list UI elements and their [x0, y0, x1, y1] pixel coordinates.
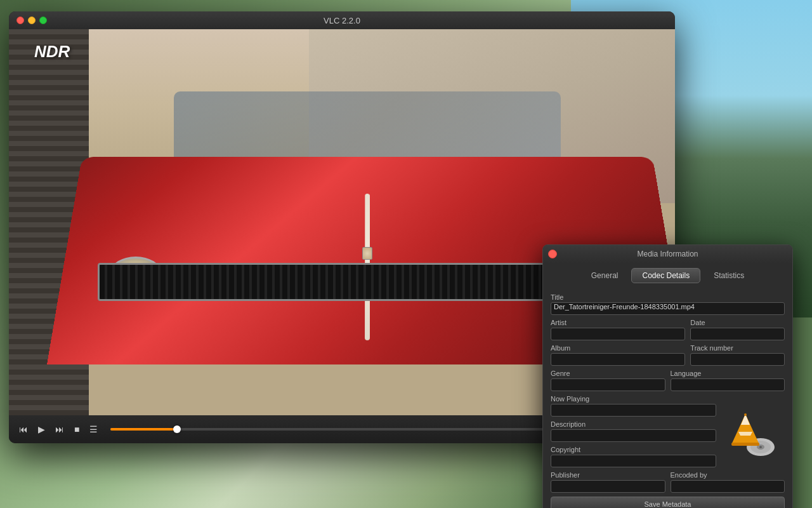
save-metadata-button[interactable]: Save Metadata — [551, 497, 785, 508]
rewind-button[interactable]: ⏮ — [16, 423, 30, 436]
publisher-input[interactable] — [551, 480, 665, 493]
language-field-group: Language — [671, 370, 785, 391]
genre-input[interactable] — [551, 378, 665, 391]
date-input[interactable] — [690, 328, 785, 340]
encoded-by-input[interactable] — [671, 480, 785, 493]
car-windshield — [174, 91, 561, 168]
left-fields: Now Playing Description Copyright — [551, 395, 716, 471]
maximize-button[interactable] — [39, 17, 47, 24]
album-field-group: Album — [551, 344, 685, 366]
copyright-label: Copyright — [551, 446, 716, 453]
fast-forward-button[interactable]: ⏭ — [53, 423, 67, 436]
traffic-lights — [16, 17, 47, 24]
album-label: Album — [551, 344, 685, 352]
album-input[interactable] — [551, 353, 685, 366]
svg-rect-8 — [731, 443, 759, 446]
encoded-by-label: Encoded by — [671, 471, 785, 479]
svg-marker-7 — [738, 432, 752, 436]
tab-bar: General Codec Details Statistics — [543, 263, 792, 288]
publisher-label: Publisher — [551, 471, 665, 479]
now-playing-label: Now Playing — [551, 395, 716, 403]
track-number-label: Track number — [690, 344, 785, 352]
artist-date-row: Artist Date — [551, 319, 785, 340]
svg-point-9 — [744, 413, 747, 416]
copyright-input[interactable] — [551, 455, 716, 467]
vlc-icon-area — [723, 403, 783, 464]
now-playing-section: Now Playing Description Copyright — [551, 395, 785, 471]
vlc-cone-icon — [728, 408, 778, 458]
genre-field-group: Genre — [551, 370, 665, 391]
publisher-field-group: Publisher — [551, 471, 665, 493]
artist-input[interactable] — [551, 328, 685, 340]
car-emblem — [362, 247, 372, 260]
description-input[interactable] — [551, 429, 716, 442]
play-button[interactable]: ▶ — [36, 423, 48, 436]
encoded-by-field-group: Encoded by — [671, 471, 785, 493]
panel-title: Media Information — [637, 250, 698, 258]
vlc-titlebar: VLC 2.2.0 — [9, 11, 675, 29]
stop-button[interactable]: ■ — [72, 423, 82, 436]
svg-point-3 — [759, 446, 762, 448]
playlist-button[interactable]: ☰ — [87, 423, 100, 436]
title-label: Title — [551, 293, 785, 301]
now-playing-field-group: Now Playing — [551, 395, 716, 417]
panel-titlebar: Media Information — [543, 245, 792, 263]
now-playing-input[interactable] — [551, 404, 716, 417]
track-number-field-group: Track number — [690, 344, 785, 366]
description-label: Description — [551, 420, 716, 428]
progress-handle[interactable] — [173, 425, 181, 433]
artist-field-group: Artist — [551, 319, 685, 340]
tab-statistics[interactable]: Statistics — [703, 268, 755, 283]
genre-language-row: Genre Language — [551, 370, 785, 391]
vlc-icon-section — [721, 395, 785, 471]
ndr-logo-overlay: NDR — [34, 42, 70, 62]
panel-close-button[interactable] — [548, 250, 557, 258]
genre-label: Genre — [551, 370, 665, 377]
title-field-group: Title Der_Tatortreiniger-Freunde-1848335… — [551, 293, 785, 315]
tab-general[interactable]: General — [580, 268, 629, 283]
artist-label: Artist — [551, 319, 685, 326]
album-track-row: Album Track number — [551, 344, 785, 366]
date-label: Date — [690, 319, 785, 326]
tab-codec-details[interactable]: Codec Details — [631, 268, 700, 283]
language-input[interactable] — [671, 378, 785, 391]
language-label: Language — [671, 370, 785, 377]
track-number-input[interactable] — [690, 353, 785, 366]
publisher-encoded-row: Publisher Encoded by — [551, 471, 785, 493]
minimize-button[interactable] — [28, 17, 36, 24]
description-field-group: Description — [551, 420, 716, 442]
title-input[interactable]: Der_Tatortreiniger-Freunde-1848335001.mp… — [551, 302, 785, 315]
progress-fill — [110, 428, 176, 431]
media-info-panel: Media Information General Codec Details … — [542, 244, 793, 508]
close-button[interactable] — [16, 17, 24, 24]
copyright-field-group: Copyright — [551, 446, 716, 467]
date-field-group: Date — [690, 319, 785, 340]
window-title: VLC 2.2.0 — [324, 16, 360, 25]
panel-content: Title Der_Tatortreiniger-Freunde-1848335… — [543, 288, 792, 508]
